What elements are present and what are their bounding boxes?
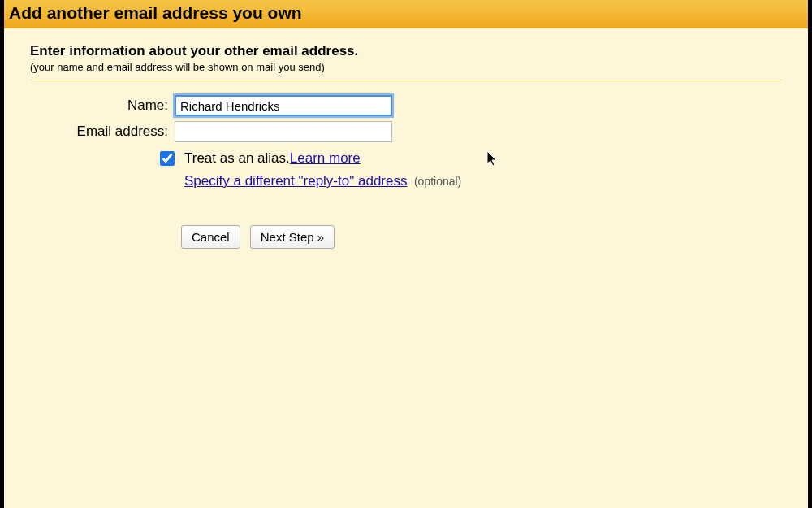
name-row: Name: — [30, 95, 782, 116]
replyto-row: Specify a different "reply-to" address (… — [184, 173, 782, 189]
title-bar: Add another email address you own — [4, 0, 808, 28]
alias-row: Treat as an alias. Learn more — [160, 150, 782, 167]
next-step-button[interactable]: Next Step » — [250, 225, 335, 249]
alias-text: Treat as an alias. — [184, 150, 290, 167]
instruction-heading: Enter information about your other email… — [30, 43, 782, 59]
name-label: Name: — [30, 98, 175, 114]
instruction-sub: (your name and email address will be sho… — [30, 61, 782, 73]
learn-more-link[interactable]: Learn more — [290, 150, 361, 167]
email-row: Email address: — [30, 121, 782, 142]
dialog-window: Add another email address you own Enter … — [4, 0, 808, 508]
email-label: Email address: — [30, 124, 175, 140]
optional-text: (optional) — [414, 175, 461, 188]
dialog-title: Add another email address you own — [9, 3, 803, 23]
replyto-link[interactable]: Specify a different "reply-to" address — [184, 173, 407, 189]
button-row: Cancel Next Step » — [181, 225, 782, 249]
cancel-button[interactable]: Cancel — [181, 225, 240, 249]
divider — [30, 80, 782, 80]
alias-checkbox[interactable] — [160, 151, 175, 166]
email-input[interactable] — [175, 121, 392, 142]
dialog-content: Enter information about your other email… — [4, 28, 808, 263]
name-input[interactable] — [175, 95, 392, 116]
